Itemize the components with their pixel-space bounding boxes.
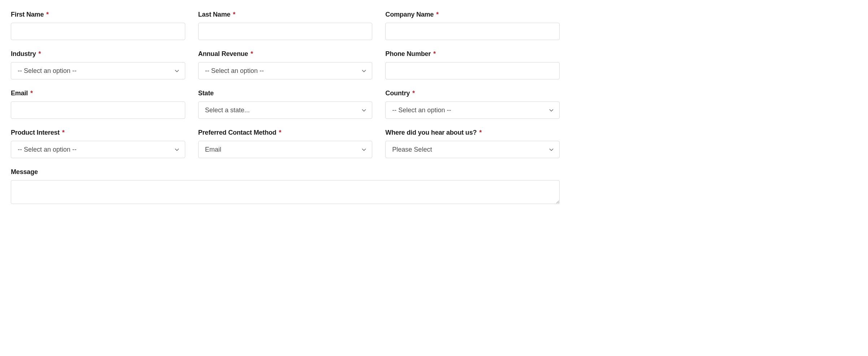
required-asterisk: *: [233, 11, 235, 18]
state-label: State: [198, 90, 373, 97]
last-name-input[interactable]: [198, 23, 373, 40]
email-input[interactable]: [11, 101, 185, 119]
industry-select[interactable]: -- Select an option --: [11, 62, 185, 79]
label-text: Industry: [11, 50, 36, 57]
required-asterisk: *: [433, 50, 436, 57]
required-asterisk: *: [436, 11, 439, 18]
required-asterisk: *: [46, 11, 49, 18]
contact-form: First Name * Last Name * Company Name * …: [11, 11, 560, 204]
industry-select-wrapper: -- Select an option --: [11, 62, 185, 79]
annual-revenue-select-wrapper: -- Select an option --: [198, 62, 373, 79]
preferred-contact-method-select-wrapper: Email: [198, 141, 373, 158]
phone-number-field: Phone Number *: [385, 50, 560, 79]
industry-field: Industry * -- Select an option --: [11, 50, 185, 79]
label-text: Product Interest: [11, 129, 60, 136]
label-text: Country: [385, 90, 410, 97]
company-name-field: Company Name *: [385, 11, 560, 40]
annual-revenue-label: Annual Revenue *: [198, 50, 373, 58]
message-label: Message: [11, 168, 560, 176]
email-label: Email *: [11, 90, 185, 97]
label-text: State: [198, 90, 214, 97]
state-select[interactable]: Select a state...: [198, 101, 373, 119]
product-interest-label: Product Interest *: [11, 129, 185, 136]
label-text: Where did you hear about us?: [385, 129, 477, 136]
label-text: Last Name: [198, 11, 230, 18]
annual-revenue-select[interactable]: -- Select an option --: [198, 62, 373, 79]
country-select[interactable]: -- Select an option --: [385, 101, 560, 119]
hear-about-us-field: Where did you hear about us? * Please Se…: [385, 129, 560, 158]
hear-about-us-label: Where did you hear about us? *: [385, 129, 560, 136]
product-interest-select[interactable]: -- Select an option --: [11, 141, 185, 158]
company-name-label: Company Name *: [385, 11, 560, 18]
label-text: Annual Revenue: [198, 50, 248, 57]
first-name-field: First Name *: [11, 11, 185, 40]
label-text: Phone Number: [385, 50, 431, 57]
label-text: Company Name: [385, 11, 434, 18]
message-textarea[interactable]: [11, 180, 560, 204]
required-asterisk: *: [38, 50, 41, 57]
last-name-field: Last Name *: [198, 11, 373, 40]
preferred-contact-method-field: Preferred Contact Method * Email: [198, 129, 373, 158]
country-select-wrapper: -- Select an option --: [385, 101, 560, 119]
country-field: Country * -- Select an option --: [385, 90, 560, 119]
phone-number-input[interactable]: [385, 62, 560, 79]
preferred-contact-method-select[interactable]: Email: [198, 141, 373, 158]
label-text: Message: [11, 168, 38, 175]
required-asterisk: *: [251, 50, 253, 57]
state-select-wrapper: Select a state...: [198, 101, 373, 119]
phone-number-label: Phone Number *: [385, 50, 560, 58]
preferred-contact-method-label: Preferred Contact Method *: [198, 129, 373, 136]
required-asterisk: *: [479, 129, 482, 136]
required-asterisk: *: [62, 129, 65, 136]
label-text: Preferred Contact Method: [198, 129, 277, 136]
email-field: Email *: [11, 90, 185, 119]
country-label: Country *: [385, 90, 560, 97]
message-field: Message: [11, 168, 560, 204]
product-interest-field: Product Interest * -- Select an option -…: [11, 129, 185, 158]
state-field: State Select a state...: [198, 90, 373, 119]
annual-revenue-field: Annual Revenue * -- Select an option --: [198, 50, 373, 79]
hear-about-us-select-wrapper: Please Select: [385, 141, 560, 158]
product-interest-select-wrapper: -- Select an option --: [11, 141, 185, 158]
required-asterisk: *: [279, 129, 281, 136]
first-name-input[interactable]: [11, 23, 185, 40]
last-name-label: Last Name *: [198, 11, 373, 18]
required-asterisk: *: [412, 90, 415, 97]
label-text: First Name: [11, 11, 44, 18]
industry-label: Industry *: [11, 50, 185, 58]
required-asterisk: *: [30, 90, 33, 97]
hear-about-us-select[interactable]: Please Select: [385, 141, 560, 158]
first-name-label: First Name *: [11, 11, 185, 18]
company-name-input[interactable]: [385, 23, 560, 40]
label-text: Email: [11, 90, 28, 97]
